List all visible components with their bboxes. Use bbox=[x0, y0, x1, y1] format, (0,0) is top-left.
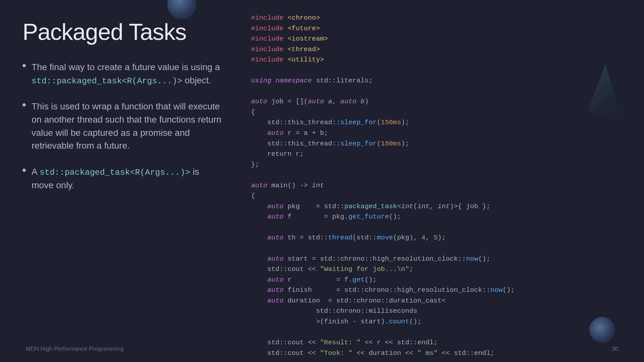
code-line: { bbox=[251, 191, 625, 201]
code-line bbox=[251, 327, 625, 338]
code-line: #include <chrono> bbox=[251, 13, 625, 23]
code-line: auto th = std::thread(std::move(pkg), 4,… bbox=[251, 233, 625, 243]
slide-title: Packaged Tasks bbox=[23, 19, 222, 45]
list-item: A std::packaged_task<R(Args...)> is move… bbox=[23, 165, 222, 192]
inline-code: std::packaged_task<R(Args...)> bbox=[40, 168, 190, 177]
svg-marker-1 bbox=[588, 64, 623, 121]
code-line: std::cout << "Waiting for job...\n"; bbox=[251, 264, 625, 275]
code-line: }; bbox=[251, 160, 625, 170]
code-line: auto job = [](auto a, auto b) bbox=[251, 97, 625, 107]
code-line bbox=[251, 222, 625, 233]
orb-bottom-decoration bbox=[589, 317, 615, 343]
code-line: return r; bbox=[251, 149, 625, 160]
code-line: #include <thread> bbox=[251, 44, 625, 55]
code-line bbox=[251, 243, 625, 254]
code-line: #include <future> bbox=[251, 23, 625, 34]
bullet-dot bbox=[23, 103, 26, 107]
code-line: std::this_thread::sleep_for(150ms); bbox=[251, 117, 625, 128]
inline-code: std::packaged_task<R(Args...)> bbox=[32, 76, 182, 86]
code-line: #include <iostream> bbox=[251, 34, 625, 44]
bullet-dot bbox=[23, 64, 26, 67]
code-line: auto main() -> int bbox=[251, 181, 625, 191]
right-panel: #include <chrono> #include <future> #inc… bbox=[241, 0, 644, 362]
code-line: auto r = f.get(); bbox=[251, 275, 625, 285]
code-line: #include <utility> bbox=[251, 55, 625, 65]
code-block: #include <chrono> #include <future> #inc… bbox=[251, 13, 625, 362]
code-line: { bbox=[251, 107, 625, 118]
code-line: auto r = a + b; bbox=[251, 128, 625, 139]
slide: Packaged Tasks The final way to create a… bbox=[0, 0, 644, 362]
code-line: auto f = pkg.get_future(); bbox=[251, 212, 625, 222]
bullet-text: A std::packaged_task<R(Args...)> is move… bbox=[32, 165, 222, 192]
code-line: auto duration = std::chrono::duration_ca… bbox=[251, 296, 625, 306]
footer: MDN High Performance Programming 30 bbox=[0, 346, 644, 352]
code-line bbox=[251, 170, 625, 181]
code-line: auto pkg = std::packaged_task<int(int, i… bbox=[251, 201, 625, 212]
footer-page: 30 bbox=[612, 346, 618, 352]
bullet-dot bbox=[23, 169, 26, 172]
code-line: auto start = std::chrono::high_resolutio… bbox=[251, 254, 625, 265]
bullet-text: This is used to wrap a function that wil… bbox=[32, 100, 222, 152]
code-line: std::this_thread::sleep_for(150ms); bbox=[251, 139, 625, 149]
bullet-list: The final way to create a future value i… bbox=[23, 61, 222, 192]
list-item: This is used to wrap a function that wil… bbox=[23, 100, 222, 152]
code-line bbox=[251, 358, 625, 362]
code-line: std::chrono::milliseconds bbox=[251, 306, 625, 317]
list-item: The final way to create a future value i… bbox=[23, 61, 222, 87]
left-panel: Packaged Tasks The final way to create a… bbox=[0, 0, 241, 362]
triangle-decoration bbox=[586, 64, 625, 129]
code-line: using namespace std::literals; bbox=[251, 76, 625, 86]
code-line: >(finish - start).count(); bbox=[251, 317, 625, 327]
bullet-text: The final way to create a future value i… bbox=[32, 61, 222, 87]
footer-title: MDN High Performance Programming bbox=[26, 346, 124, 352]
code-line bbox=[251, 65, 625, 76]
code-line bbox=[251, 86, 625, 97]
code-line: auto finish = std::chrono::high_resoluti… bbox=[251, 285, 625, 296]
